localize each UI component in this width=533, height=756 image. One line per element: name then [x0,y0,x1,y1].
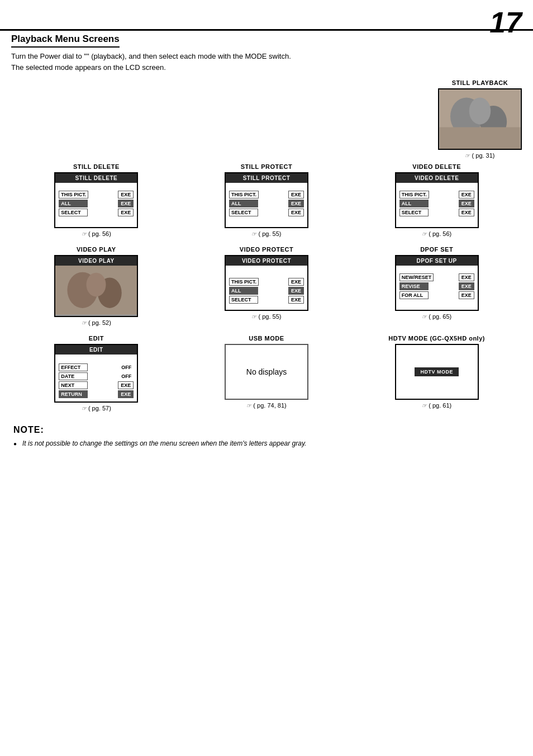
usb-mode-cell: USB MODE No displays ☞ ( pg. 74, 81) [182,330,352,416]
still-protect-row-3: SELECT EXE [229,209,304,216]
edit-row4-exe: EXE [118,390,134,398]
video-protect-row2-name: ALL [229,287,258,295]
dpof-set-cell: DPOF SET DPOF SET UP NEW/RESET EXE REVIS… [351,242,522,330]
still-protect-pg-icon: ☞ [251,231,256,237]
still-protect-row1-exe: EXE [288,191,304,199]
video-play-cell: VIDEO PLAY VIDEO PLAY ☞ ( pg. 52) [11,242,182,330]
still-delete-body: THIS PICT. EXE ALL EXE SELECT EXE [55,183,137,220]
note-title: NOTE: [13,425,522,435]
video-delete-body: THIS PICT. EXE ALL EXE SELECT EXE [396,183,478,220]
edit-cell: EDIT EDIT EFFECT OFF DATE OFF NEXT EXE [11,330,182,416]
usb-mode-ref: ☞ ( pg. 74, 81) [246,402,286,409]
dpof-set-row2-name: REVISE [399,282,429,290]
svg-rect-4 [440,127,521,149]
still-protect-cell: STILL PROTECT STILL PROTECT THIS PICT. E… [182,159,352,242]
still-protect-row1-name: THIS PICT. [229,191,259,199]
video-play-label: VIDEO PLAY [77,246,116,253]
hdtv-mode-ref: ☞ ( pg. 61) [422,402,451,409]
edit-row4-name: RETURN [59,390,88,398]
still-delete-label: STILL DELETE [73,163,120,170]
still-protect-title: STILL PROTECT [226,173,307,183]
still-delete-row2-exe: EXE [118,200,134,207]
video-delete-row3-exe: EXE [459,209,474,216]
video-delete-row-2: ALL EXE [399,200,474,207]
video-protect-row1-name: THIS PICT. [229,278,259,286]
video-protect-row3-exe: EXE [288,296,304,304]
usb-mode-box: No displays [225,344,308,400]
video-protect-pg-icon: ☞ [251,314,256,320]
video-protect-title: VIDEO PROTECT [226,256,307,266]
video-protect-row3-name: SELECT [229,296,258,304]
video-protect-box: VIDEO PROTECT THIS PICT. EXE ALL EXE SEL… [225,255,308,311]
edit-row1-name: EFFECT [59,363,88,371]
still-protect-row3-exe: EXE [288,209,304,216]
edit-row-4: RETURN EXE [59,390,134,398]
top-row: STILL PLAYBACK ☞ ( pg. 31) [11,79,522,159]
still-protect-row2-name: ALL [229,200,258,207]
video-delete-cell: VIDEO DELETE VIDEO DELETE THIS PICT. EXE… [351,159,522,242]
video-delete-row1-name: THIS PICT. [399,191,429,199]
dpof-set-ref: ☞ ( pg. 65) [422,313,451,320]
video-delete-label: VIDEO DELETE [412,163,461,170]
edit-row-1: EFFECT OFF [59,363,134,371]
video-protect-row-1: THIS PICT. EXE [229,278,304,286]
hdtv-mode-title: HDTV MODE [415,367,459,376]
dpof-set-row-1: NEW/RESET EXE [399,273,474,281]
usb-mode-label: USB MODE [249,335,284,342]
video-protect-row1-exe: EXE [288,278,304,286]
dpof-set-row-2: REVISE EXE [399,282,474,290]
edit-body: EFFECT OFF DATE OFF NEXT EXE RETURN EXE [55,355,137,401]
section-title: Playback Menu Screens [11,34,120,48]
still-playback-image [438,88,522,150]
still-protect-label: STILL PROTECT [241,163,292,170]
edit-row3-exe: EXE [118,381,134,389]
dpof-set-row3-exe: EXE [459,291,474,299]
svg-point-8 [87,273,106,297]
main-content: Playback Menu Screens Turn the Power dia… [11,34,522,448]
edit-ref: ☞ ( pg. 57) [82,405,111,412]
video-delete-row2-exe: EXE [459,200,474,207]
video-play-title: VIDEO PLAY [55,256,137,266]
svg-point-3 [469,97,491,124]
edit-row-3: NEXT EXE [59,381,134,389]
still-protect-body: THIS PICT. EXE ALL EXE SELECT EXE [226,183,307,220]
still-playback-cell: STILL PLAYBACK ☞ ( pg. 31) [438,79,522,159]
still-delete-row1-name: THIS PICT. [59,191,88,199]
hdtv-mode-box: HDTV MODE [395,344,479,400]
video-delete-box: VIDEO DELETE THIS PICT. EXE ALL EXE SELE… [395,172,479,228]
video-protect-row-2: ALL EXE [229,287,304,295]
video-protect-row-3: SELECT EXE [229,296,304,304]
video-delete-row3-name: SELECT [399,209,429,216]
still-protect-row3-name: SELECT [229,209,258,216]
video-protect-label: VIDEO PROTECT [240,246,293,253]
video-play-box: VIDEO PLAY [54,255,138,317]
section-description: Turn the Power dial to "" (playback), an… [11,51,522,73]
still-playback-label: STILL PLAYBACK [452,79,508,86]
hdtv-mode-label: HDTV MODE (GC-QX5HD only) [388,335,485,342]
video-protect-row2-exe: EXE [288,287,304,295]
still-protect-row-1: THIS PICT. EXE [229,191,304,199]
still-delete-box: STILL DELETE THIS PICT. EXE ALL EXE SELE… [54,172,138,228]
video-protect-cell: VIDEO PROTECT VIDEO PROTECT THIS PICT. E… [182,242,352,330]
video-delete-row1-exe: EXE [459,191,474,199]
screens-grid: STILL DELETE STILL DELETE THIS PICT. EXE… [11,159,522,416]
edit-row1-val: OFF [119,364,134,371]
edit-row2-name: DATE [59,372,88,380]
edit-title: EDIT [55,345,137,355]
video-delete-row-3: SELECT EXE [399,209,474,216]
dpof-set-row3-name: FOR ALL [399,291,429,299]
still-protect-row-2: ALL EXE [229,200,304,207]
video-delete-pg-icon: ☞ [422,231,427,237]
edit-row2-val: OFF [119,373,134,380]
still-playback-svg [439,89,521,149]
dpof-set-pg-icon: ☞ [422,314,427,320]
dpof-set-row1-name: NEW/RESET [399,273,434,281]
video-play-ref: ☞ ( pg. 52) [82,319,111,326]
video-delete-ref: ☞ ( pg. 56) [422,230,451,237]
edit-row-2: DATE OFF [59,372,134,380]
top-border [0,29,533,31]
still-delete-ref: ☞ ( pg. 56) [82,230,111,237]
video-play-svg [55,266,137,315]
still-delete-pg-icon: ☞ [82,231,87,237]
video-play-pg-icon: ☞ [82,320,87,326]
